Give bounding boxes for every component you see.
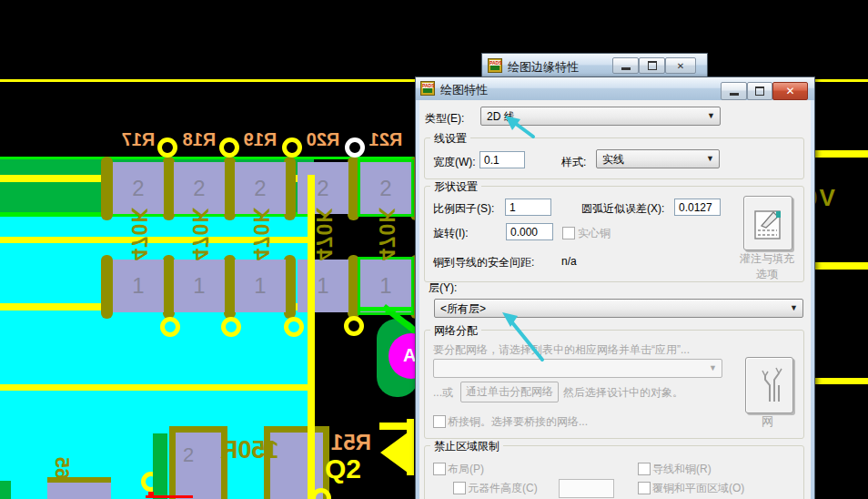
- minimize-icon: [730, 93, 739, 96]
- pads-app-icon: PADS: [420, 81, 435, 96]
- layer-value: <所有层>: [440, 302, 486, 315]
- placement-label: 布局(P): [448, 462, 484, 477]
- close-icon: ✕: [677, 61, 684, 71]
- width-input[interactable]: [479, 151, 525, 168]
- keepout-title: 禁止区域限制: [430, 439, 503, 454]
- pad-bar: [348, 157, 359, 220]
- via[interactable]: [219, 137, 239, 158]
- or-text: ...或: [433, 385, 453, 401]
- layer-label: 层(Y):: [429, 280, 457, 296]
- restore-icon: [648, 61, 657, 70]
- flood-fill-options-label: 灌注与填充 选项: [721, 251, 813, 282]
- restore-button[interactable]: [747, 82, 772, 100]
- chevron-down-icon: ▼: [790, 303, 798, 312]
- clearance-value: n/a: [561, 255, 577, 268]
- via[interactable]: [160, 317, 180, 337]
- trace-segment: [407, 419, 414, 475]
- trace-segment: [308, 175, 315, 499]
- resistor-column: R17 2 1 470K: [113, 130, 164, 317]
- title-bar[interactable]: PADS 绘图边缘特性 ✕: [482, 54, 707, 77]
- flood-fill-icon: [752, 204, 784, 242]
- via[interactable]: [221, 317, 241, 337]
- trace-segment: [811, 150, 868, 158]
- chevron-down-icon: ▼: [709, 363, 717, 372]
- copper-plane-checkbox[interactable]: [638, 482, 651, 494]
- solid-copper-label: 实心铜: [578, 226, 611, 241]
- value-label: 470K: [174, 190, 225, 276]
- layer-dropdown[interactable]: <所有层> ▼: [434, 299, 803, 318]
- scale-input[interactable]: [505, 199, 551, 216]
- flood-fill-options-button[interactable]: [743, 196, 792, 250]
- via[interactable]: [282, 137, 302, 158]
- value-label: 470K: [360, 190, 411, 276]
- net-traces-icon: [754, 365, 785, 405]
- via[interactable]: [284, 317, 304, 337]
- ref-label: R19: [235, 130, 286, 148]
- via[interactable]: [157, 137, 177, 158]
- net-assignment-title: 网络分配: [430, 323, 481, 339]
- minimize-button[interactable]: [612, 57, 639, 74]
- style-dropdown[interactable]: 实线 ▼: [596, 149, 720, 168]
- style-value: 实线: [602, 153, 624, 166]
- scale-label: 比例因子(S):: [433, 201, 494, 217]
- bridge-copper-label: 桥接铜。选择要桥接的网络...: [448, 414, 588, 430]
- traces-copper-label: 导线和铜(R): [652, 462, 712, 477]
- placement-checkbox[interactable]: [433, 463, 446, 475]
- style-label: 样式:: [561, 155, 586, 170]
- traces-copper-checkbox[interactable]: [638, 463, 651, 475]
- restore-button[interactable]: [639, 57, 665, 74]
- value-label: 150R: [224, 433, 275, 466]
- restore-icon: [755, 87, 764, 96]
- pin-number: 2: [183, 443, 194, 467]
- type-dropdown[interactable]: 2D 线 ▼: [480, 107, 721, 126]
- green-line: [360, 307, 413, 311]
- trace-segment: [811, 262, 868, 270]
- rotation-label: 旋转(I):: [433, 226, 469, 241]
- arc-error-label: 圆弧近似误差(X):: [581, 201, 664, 217]
- minimize-icon: [621, 67, 631, 70]
- close-button[interactable]: ✕: [665, 57, 696, 74]
- assign-net-by-click-button[interactable]: 通过单击分配网络: [460, 382, 559, 402]
- pads-app-icon: PADS: [488, 58, 502, 73]
- net-dropdown[interactable]: ▼: [433, 359, 722, 378]
- pin-number: 1: [132, 273, 144, 299]
- trace-segment: [0, 384, 309, 391]
- copper-plane-label: 覆铜和平面区域(O): [652, 481, 744, 496]
- pin-number: 1: [254, 273, 266, 299]
- pin-number: 1: [193, 273, 205, 299]
- title-bar[interactable]: PADS 绘图特性 ✕: [416, 77, 814, 100]
- shape-settings-title: 形状设置: [430, 179, 481, 195]
- dialog-draw-properties: PADS 绘图特性 ✕ 类型(E): 2D 线 ▼ 线设置 宽度(W): 样式:…: [415, 76, 815, 499]
- arc-error-input[interactable]: [674, 199, 721, 216]
- rotation-input[interactable]: [506, 223, 553, 240]
- bridge-copper-checkbox[interactable]: [433, 415, 446, 428]
- type-label: 类型(E):: [425, 111, 464, 127]
- net-button-label: 网: [762, 413, 773, 430]
- pad-bar: [101, 255, 113, 319]
- green-fragment: [0, 481, 11, 499]
- green-bar: [153, 433, 167, 499]
- value-label: 470K: [113, 190, 164, 276]
- ref-label: R18: [174, 130, 225, 148]
- smd-pad[interactable]: 2: [169, 426, 227, 499]
- net-button[interactable]: [745, 357, 793, 413]
- resistor-column: R20 2 1 470K: [298, 130, 348, 317]
- line-settings-title: 线设置: [430, 131, 470, 147]
- solid-copper-checkbox[interactable]: [562, 227, 575, 239]
- pin-number: 1: [317, 273, 328, 299]
- via[interactable]: [344, 316, 364, 336]
- silk-triangle: [380, 433, 408, 473]
- component-height-checkbox[interactable]: [453, 482, 466, 494]
- value-label: 470K: [235, 190, 286, 276]
- minimize-button[interactable]: [721, 82, 747, 100]
- red-silk-fragment: [148, 492, 154, 498]
- component-height-input[interactable]: [559, 479, 614, 498]
- ref-label: R17: [113, 130, 164, 148]
- ref-label: R21: [360, 130, 411, 148]
- net-assignment-hint: 要分配网络，请选择列表中的相应网络并单击“应用”...: [433, 342, 690, 358]
- pad-bar: [101, 157, 113, 220]
- via-highlighted[interactable]: [345, 137, 365, 158]
- close-button[interactable]: ✕: [772, 82, 808, 100]
- component-height-label: 元器件高度(C): [468, 481, 538, 496]
- value-label: 470K: [298, 190, 348, 276]
